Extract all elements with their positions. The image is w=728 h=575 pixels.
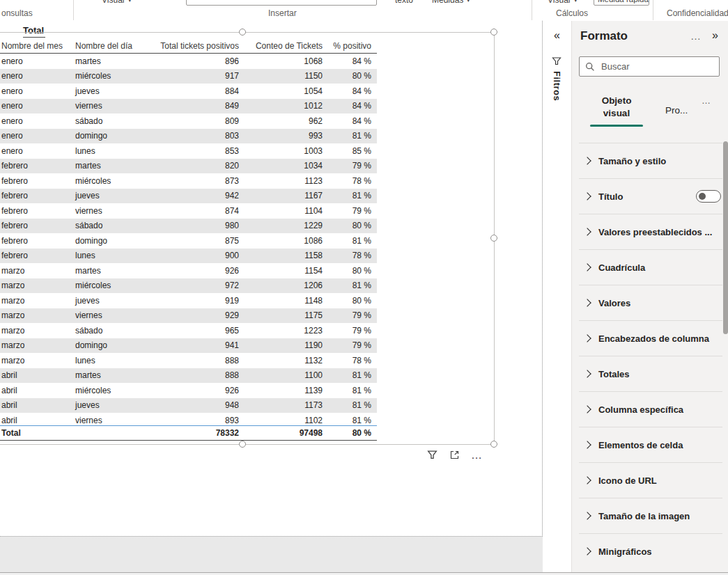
table-cell: abril bbox=[0, 370, 74, 380]
scrollbar-thumb[interactable] bbox=[723, 141, 728, 334]
table-cell: miércoles bbox=[74, 71, 146, 81]
ribbon-group-label: onsultas bbox=[1, 8, 33, 18]
chevron-right-icon bbox=[583, 263, 591, 271]
format-section-10[interactable]: Tamaño de la imagen bbox=[579, 498, 722, 533]
format-search-box[interactable] bbox=[579, 56, 720, 77]
title-toggle[interactable] bbox=[696, 190, 721, 203]
tab-objeto-visual[interactable]: Objeto visual bbox=[590, 95, 643, 119]
table-cell: lunes bbox=[74, 251, 146, 260]
table-row: abriljueves948117381 % bbox=[0, 398, 377, 413]
format-section-label: Título bbox=[598, 191, 623, 202]
format-section-4[interactable]: Valores bbox=[579, 285, 722, 320]
format-section-2[interactable]: Valores preestablecidos ... bbox=[579, 214, 722, 249]
resize-handle-top-right[interactable] bbox=[490, 29, 497, 36]
table-cell: enero bbox=[0, 146, 74, 156]
table-cell: 948 bbox=[146, 400, 239, 410]
format-section-1[interactable]: Título bbox=[579, 178, 722, 214]
table-cell: 84 % bbox=[323, 86, 375, 96]
column-header[interactable]: Nombre del día bbox=[74, 41, 146, 51]
table-cell: 81 % bbox=[323, 281, 375, 290]
table-visual[interactable]: Nombre del mesNombre del díaTotal ticket… bbox=[0, 39, 377, 441]
column-header[interactable]: Conteo de Tickets bbox=[239, 41, 323, 51]
ribbon-clipped-button[interactable]: Medida rápida bbox=[598, 0, 649, 3]
chevron-right-icon bbox=[583, 228, 591, 235]
format-section-6[interactable]: Totales bbox=[579, 356, 722, 391]
table-cell: enero bbox=[0, 71, 74, 81]
resize-handle-top[interactable] bbox=[239, 29, 246, 36]
table-cell: enero bbox=[0, 101, 74, 111]
table-cell: 874 bbox=[146, 206, 239, 216]
filters-pane-title: Filtros bbox=[552, 71, 562, 101]
table-row: abrilmartes888110081 % bbox=[0, 368, 377, 384]
table-row: febrerosábado980122980 % bbox=[0, 219, 377, 234]
table-cell: 980 bbox=[146, 221, 239, 230]
table-cell: 80 % bbox=[323, 266, 375, 276]
clipped-visual-title: Total bbox=[23, 25, 45, 38]
ribbon-clipped-button[interactable]: Visual bbox=[102, 0, 124, 5]
table-cell: 926 bbox=[146, 266, 239, 276]
table-cell: 849 bbox=[146, 101, 239, 111]
format-section-9[interactable]: Icono de URL bbox=[579, 462, 722, 498]
table-cell: enero bbox=[0, 56, 74, 66]
table-cell: jueves bbox=[74, 296, 146, 306]
format-section-7[interactable]: Columna específica bbox=[579, 391, 722, 427]
dropdown-caret-icon: ▾ bbox=[128, 0, 132, 3]
chevron-right-icon bbox=[583, 334, 591, 342]
format-section-11[interactable]: Minigráficos bbox=[579, 533, 722, 569]
search-input[interactable] bbox=[600, 61, 713, 72]
column-header[interactable]: Nombre del mes bbox=[0, 41, 74, 51]
pane-more-options-icon[interactable]: … bbox=[690, 30, 702, 42]
table-cell: 942 bbox=[146, 191, 239, 200]
table-cell: miércoles bbox=[74, 386, 146, 395]
total-cell: Total bbox=[0, 428, 74, 438]
table-cell: 1229 bbox=[239, 221, 323, 230]
table-cell: 79 % bbox=[323, 161, 375, 171]
filter-icon[interactable] bbox=[426, 449, 438, 461]
ribbon-clipped-button[interactable]: texto bbox=[395, 0, 413, 5]
table-cell: febrero bbox=[0, 191, 74, 200]
selection-border-bottom bbox=[0, 444, 495, 445]
table-cell: miércoles bbox=[74, 281, 146, 290]
resize-handle-right[interactable] bbox=[490, 235, 497, 242]
ribbon-clipped-combobox[interactable] bbox=[186, 0, 377, 6]
table-row: febrerolunes900115878 % bbox=[0, 249, 377, 264]
table-cell: febrero bbox=[0, 206, 74, 216]
ribbon-divider bbox=[532, 0, 532, 20]
table-cell: enero bbox=[0, 86, 74, 96]
table-row: abrilviernes893110281 % bbox=[0, 413, 377, 426]
table-cell: 85 % bbox=[323, 146, 375, 156]
table-row: enerodomingo80399381 % bbox=[0, 129, 377, 144]
ribbon: Visual ▾ texto Medidas ▾ Visual ▾ Medida… bbox=[0, 0, 728, 22]
format-section-3[interactable]: Cuadrícula bbox=[579, 249, 722, 285]
resize-handle-bottom-right[interactable] bbox=[490, 441, 497, 448]
table-cell: marzo bbox=[0, 310, 74, 320]
more-options-icon[interactable]: … bbox=[471, 452, 483, 459]
table-cell: 1167 bbox=[239, 191, 323, 200]
table-cell: 917 bbox=[146, 71, 239, 81]
table-cell: 84 % bbox=[323, 101, 375, 111]
table-cell: enero bbox=[0, 131, 74, 141]
table-cell: 81 % bbox=[323, 400, 375, 410]
format-section-8[interactable]: Elementos de celda bbox=[579, 427, 722, 462]
table-cell: marzo bbox=[0, 326, 74, 336]
format-section-label: Encabezados de columna bbox=[598, 333, 709, 344]
total-cell: 80 % bbox=[323, 428, 375, 438]
expand-filters-icon[interactable]: « bbox=[543, 29, 571, 42]
table-cell: 1206 bbox=[239, 281, 323, 290]
table-cell: jueves bbox=[74, 86, 146, 96]
format-section-label: Tamaño y estilo bbox=[598, 156, 666, 166]
table-cell: 1034 bbox=[239, 161, 323, 171]
ribbon-clipped-button[interactable]: Medidas bbox=[432, 0, 463, 5]
column-header[interactable]: % positivo bbox=[323, 41, 375, 51]
tabs-overflow-icon[interactable]: … bbox=[702, 95, 711, 106]
focus-mode-icon[interactable] bbox=[449, 449, 460, 461]
table-cell: 1086 bbox=[239, 236, 323, 246]
format-section-5[interactable]: Encabezados de columna bbox=[579, 320, 722, 356]
column-header[interactable]: Total tickets positivos bbox=[146, 41, 239, 51]
resize-handle-bottom[interactable] bbox=[239, 441, 246, 448]
table-cell: 78 % bbox=[323, 251, 375, 260]
format-section-0[interactable]: Tamaño y estilo bbox=[579, 143, 722, 178]
tab-propiedades[interactable]: Pro... bbox=[665, 105, 688, 116]
ribbon-clipped-button[interactable]: Visual bbox=[548, 0, 570, 5]
collapse-pane-icon[interactable]: » bbox=[712, 29, 718, 42]
